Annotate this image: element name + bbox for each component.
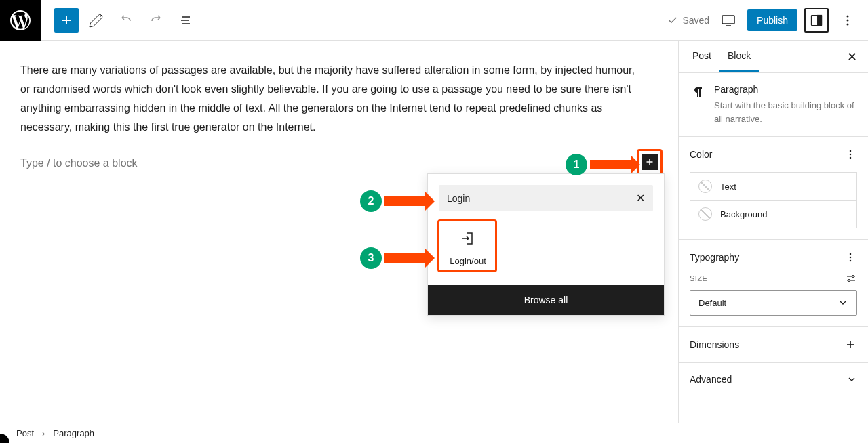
annotation-arrow-1 bbox=[590, 160, 631, 169]
browse-all-button[interactable]: Browse all bbox=[428, 285, 664, 315]
chevron-down-icon bbox=[837, 297, 848, 308]
annotation-arrow-3 bbox=[384, 253, 425, 263]
undo-icon bbox=[118, 12, 134, 28]
annotation-badge-1: 1 bbox=[566, 154, 587, 175]
color-swatch-empty bbox=[698, 180, 712, 193]
block-info-section: Paragraph Start with the basic building … bbox=[679, 73, 868, 137]
plus-icon bbox=[844, 338, 857, 352]
settings-icon[interactable] bbox=[845, 272, 857, 284]
typography-panel-title: Typography bbox=[690, 252, 739, 263]
undo-button[interactable] bbox=[114, 8, 138, 33]
tab-block[interactable]: Block bbox=[719, 41, 759, 72]
empty-block[interactable]: Type / to choose a block 1 2 bbox=[20, 157, 658, 169]
toolbar-left bbox=[0, 0, 198, 40]
inserter-search[interactable]: ✕ bbox=[439, 185, 653, 211]
annotation-3: 3 bbox=[360, 247, 425, 269]
clear-search-button[interactable]: ✕ bbox=[636, 192, 645, 205]
tab-post[interactable]: Post bbox=[684, 41, 719, 72]
inserter-results: Login/out bbox=[428, 222, 664, 285]
block-item-label: Login/out bbox=[450, 256, 486, 266]
inserter-search-input[interactable] bbox=[447, 193, 636, 204]
settings-sidebar-toggle[interactable] bbox=[804, 8, 829, 33]
svg-point-18 bbox=[850, 257, 852, 259]
plus-icon bbox=[58, 12, 75, 28]
font-size-select[interactable]: Default bbox=[690, 290, 857, 316]
more-vertical-icon[interactable] bbox=[844, 251, 857, 264]
advanced-panel-title: Advanced bbox=[690, 374, 732, 385]
svg-point-14 bbox=[850, 150, 852, 152]
wordpress-icon bbox=[8, 8, 33, 33]
text-color-button[interactable]: Text bbox=[690, 172, 857, 201]
login-icon bbox=[460, 230, 476, 247]
editor-canvas: There are many variations of passages ar… bbox=[0, 41, 678, 423]
annotation-badge-3: 3 bbox=[360, 247, 382, 269]
options-button[interactable] bbox=[835, 8, 860, 33]
svg-point-16 bbox=[850, 157, 852, 159]
svg-point-9 bbox=[847, 15, 849, 17]
background-color-button[interactable]: Background bbox=[690, 201, 857, 228]
background-color-label: Background bbox=[720, 209, 767, 219]
annotation-1: 1 bbox=[566, 154, 631, 175]
document-overview-button[interactable] bbox=[174, 8, 198, 33]
svg-point-10 bbox=[847, 19, 849, 21]
paragraph-icon bbox=[690, 84, 706, 100]
svg-point-11 bbox=[847, 23, 849, 25]
color-panel-title: Color bbox=[690, 149, 712, 160]
sidebar-tabs: Post Block ✕ bbox=[679, 41, 868, 73]
color-swatch-empty bbox=[698, 207, 712, 221]
plus-icon bbox=[644, 156, 656, 168]
color-panel: Color Text Background bbox=[679, 137, 868, 240]
check-icon bbox=[667, 15, 678, 26]
desktop-icon bbox=[720, 12, 736, 28]
dimensions-panel-title: Dimensions bbox=[690, 339, 739, 350]
block-placeholder: Type / to choose a block bbox=[20, 157, 138, 169]
redo-icon bbox=[148, 12, 164, 28]
block-inserter-popup: 2 ✕ 3 Login/out bbox=[427, 173, 665, 316]
size-label: SIZE bbox=[690, 274, 707, 282]
settings-sidebar: Post Block ✕ Paragraph Start with the ba… bbox=[678, 41, 868, 423]
svg-rect-5 bbox=[722, 16, 734, 24]
annotation-arrow-2 bbox=[384, 196, 425, 206]
svg-point-19 bbox=[850, 260, 852, 262]
svg-point-23 bbox=[848, 280, 850, 282]
toolbar-right: Saved Publish bbox=[667, 8, 868, 33]
save-status: Saved bbox=[667, 15, 709, 26]
more-vertical-icon bbox=[840, 12, 856, 28]
font-size-value: Default bbox=[698, 298, 726, 308]
annotation-2: 2 bbox=[360, 190, 425, 212]
redo-button[interactable] bbox=[144, 8, 168, 33]
sidebar-icon bbox=[810, 14, 823, 27]
block-description: Start with the basic building block of a… bbox=[714, 99, 857, 125]
saved-label: Saved bbox=[682, 15, 709, 26]
annotation-badge-2: 2 bbox=[360, 190, 382, 212]
chevron-down-icon bbox=[846, 374, 857, 385]
inline-add-block-button[interactable] bbox=[642, 154, 658, 170]
block-title: Paragraph bbox=[714, 84, 857, 95]
top-toolbar: Saved Publish bbox=[0, 0, 868, 41]
toolbar-buttons bbox=[41, 8, 198, 33]
block-item-loginout[interactable]: Login/out bbox=[439, 222, 497, 274]
preview-button[interactable] bbox=[716, 8, 741, 33]
list-icon bbox=[178, 12, 194, 28]
svg-point-17 bbox=[850, 253, 852, 255]
add-block-button[interactable] bbox=[54, 8, 79, 33]
paragraph-block[interactable]: There are many variations of passages ar… bbox=[20, 61, 644, 137]
text-color-label: Text bbox=[720, 182, 736, 192]
pencil-icon bbox=[88, 12, 104, 28]
svg-point-22 bbox=[852, 276, 854, 278]
publish-button[interactable]: Publish bbox=[747, 9, 797, 31]
svg-point-15 bbox=[850, 154, 852, 156]
more-vertical-icon[interactable] bbox=[844, 148, 857, 161]
main-layout: There are many variations of passages ar… bbox=[0, 41, 868, 423]
wordpress-logo[interactable] bbox=[0, 0, 41, 41]
tools-button[interactable] bbox=[84, 8, 108, 33]
svg-rect-8 bbox=[818, 15, 822, 25]
advanced-panel-toggle[interactable]: Advanced bbox=[679, 363, 868, 396]
dimensions-panel-toggle[interactable]: Dimensions bbox=[679, 327, 868, 363]
typography-panel: Typography SIZE Default bbox=[679, 240, 868, 327]
close-sidebar-button[interactable]: ✕ bbox=[841, 46, 863, 68]
